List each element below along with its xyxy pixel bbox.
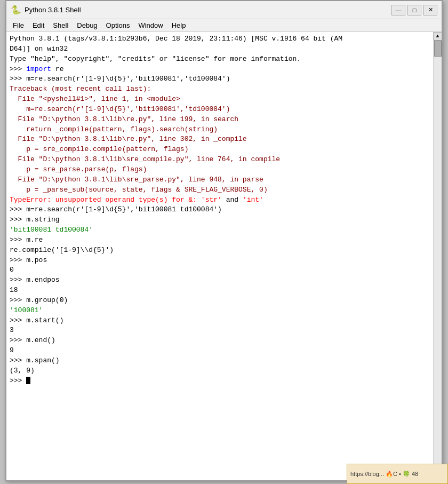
maximize-button[interactable]: □ — [407, 5, 421, 15]
prompt-7: >>> — [10, 276, 26, 284]
prompt-line-4: >>> m.string — [10, 215, 430, 225]
output-span: (3, 9) — [10, 366, 430, 376]
traceback-2: File "D:\python 3.8.1\lib\re.py", line 1… — [10, 115, 430, 125]
prompt-line-12[interactable]: >>> — [10, 376, 430, 386]
menu-file[interactable]: File — [9, 20, 28, 30]
menu-debug[interactable]: Debug — [73, 20, 101, 30]
menubar: File Edit Shell Debug Options Window Hel… — [6, 19, 442, 32]
taskbar-area: https://blog... 🔥C • 🍀 48 — [347, 464, 448, 484]
info-line-1: Python 3.8.1 (tags/v3.8.1:1b293b6, Dec 1… — [10, 34, 430, 44]
code-m-string: m.string — [26, 216, 59, 224]
window-controls: — □ ✕ — [391, 5, 437, 15]
taskbar-text: https://blog... 🔥C • 🍀 48 — [350, 471, 418, 478]
prompt-4: >>> — [10, 216, 26, 224]
info-line-3: Type "help", "copyright", "credits" or "… — [10, 54, 430, 65]
app-icon: 🐍 — [11, 5, 21, 15]
menu-options[interactable]: Options — [102, 20, 134, 30]
prompt-line-10: >>> m.end() — [10, 336, 430, 346]
output-pos: 0 — [10, 265, 430, 275]
prompt-5: >>> — [10, 236, 26, 244]
code-import-re: re — [51, 65, 63, 73]
prompt-1: >>> — [10, 65, 26, 73]
output-string-1: 'bit100081 td100084' — [10, 225, 430, 235]
prompt-line-5: >>> m.re — [10, 235, 430, 245]
shell-outer: Python 3.8.1 (tags/v3.8.1:1b293b6, Dec 1… — [6, 32, 442, 480]
code-search-1: m=re.search(r'[1-9]\d{5}','bit100081','t… — [26, 75, 230, 83]
minimize-button[interactable]: — — [391, 5, 405, 15]
prompt-11: >>> — [10, 356, 26, 364]
shell-content-area[interactable]: Python 3.8.1 (tags/v3.8.1:1b293b6, Dec 1… — [6, 32, 433, 480]
prompt-line-8: >>> m.group(0) — [10, 296, 430, 306]
prompt-6: >>> — [10, 256, 26, 264]
prompt-line-3: >>> m=re.search(r'[1-9]\d{5}','bit100081… — [10, 205, 430, 215]
traceback-4: File "D:\python 3.8.1\lib\sre_compile.py… — [10, 155, 430, 165]
prompt-12: >>> — [10, 377, 26, 385]
traceback-code-1: m=re.search(r'[1-9]\d{5}','bit100081','t… — [10, 105, 430, 115]
output-re: re.compile('[1-9]\\d{5}') — [10, 245, 430, 256]
code-search-2: m=re.search(r'[1-9]\d{5}','bit100081 td1… — [26, 205, 222, 213]
traceback-code-5: p = _parse_sub(source, state, flags & SR… — [10, 185, 430, 195]
menu-shell[interactable]: Shell — [49, 20, 73, 30]
code-m-pos: m.pos — [26, 256, 47, 264]
prompt-9: >>> — [10, 316, 26, 324]
code-m-span: m.span() — [26, 356, 59, 364]
traceback-header: Traceback (most recent call last): — [10, 84, 430, 94]
scroll-up-arrow[interactable]: ▲ — [434, 32, 442, 41]
prompt-line-9: >>> m.start() — [10, 316, 430, 326]
traceback-code-2: return _compile(pattern, flags).search(s… — [10, 125, 430, 135]
code-m-endpos: m.endpos — [26, 276, 59, 284]
info-line-2: D64)] on win32 — [10, 44, 430, 54]
prompt-3: >>> — [10, 205, 26, 213]
traceback-code-4: p = sre_parse.parse(p, flags) — [10, 165, 430, 175]
traceback-5: File "D:\python 3.8.1\lib\sre_parse.py",… — [10, 175, 430, 185]
scroll-thumb[interactable] — [434, 41, 442, 57]
menu-edit[interactable]: Edit — [28, 20, 49, 30]
output-end: 9 — [10, 346, 430, 356]
close-button[interactable]: ✕ — [423, 5, 437, 15]
keyword-import: import — [26, 65, 51, 73]
traceback-code-3: p = sre_compile.compile(pattern, flags) — [10, 145, 430, 155]
prompt-line-11: >>> m.span() — [10, 356, 430, 366]
prompt-line-6: >>> m.pos — [10, 256, 430, 266]
shell-content[interactable]: Python 3.8.1 (tags/v3.8.1:1b293b6, Dec 1… — [6, 32, 433, 480]
traceback-3: File "D:\python 3.8.1\lib\re.py", line 3… — [10, 134, 430, 145]
type-error: TypeError: unsupported operand type(s) f… — [10, 195, 430, 205]
prompt-line-7: >>> m.endpos — [10, 275, 430, 285]
cursor — [26, 377, 30, 384]
prompt-line-1: >>> import re — [10, 65, 430, 75]
code-m-start: m.start() — [26, 316, 63, 324]
prompt-2: >>> — [10, 75, 26, 83]
scrollbar[interactable]: ▲ ▼ — [433, 32, 442, 480]
menu-window[interactable]: Window — [134, 20, 167, 30]
title-bar: 🐍 Python 3.8.1 Shell — □ ✕ — [6, 1, 442, 19]
output-group: '100081' — [10, 306, 430, 316]
window-title: Python 3.8.1 Shell — [25, 6, 391, 14]
code-m-re: m.re — [26, 236, 43, 244]
traceback-1: File "<pyshell#1>", line 1, in <module> — [10, 94, 430, 105]
output-start: 3 — [10, 326, 430, 336]
code-m-end: m.end() — [26, 336, 55, 344]
prompt-8: >>> — [10, 296, 26, 304]
menu-help[interactable]: Help — [167, 20, 190, 30]
prompt-10: >>> — [10, 336, 26, 344]
main-window: 🐍 Python 3.8.1 Shell — □ ✕ File Edit She… — [5, 0, 443, 481]
output-endpos: 18 — [10, 285, 430, 296]
prompt-line-2: >>> m=re.search(r'[1-9]\d{5}','bit100081… — [10, 74, 430, 84]
scroll-track[interactable] — [434, 41, 442, 472]
code-m-group: m.group(0) — [26, 296, 68, 304]
